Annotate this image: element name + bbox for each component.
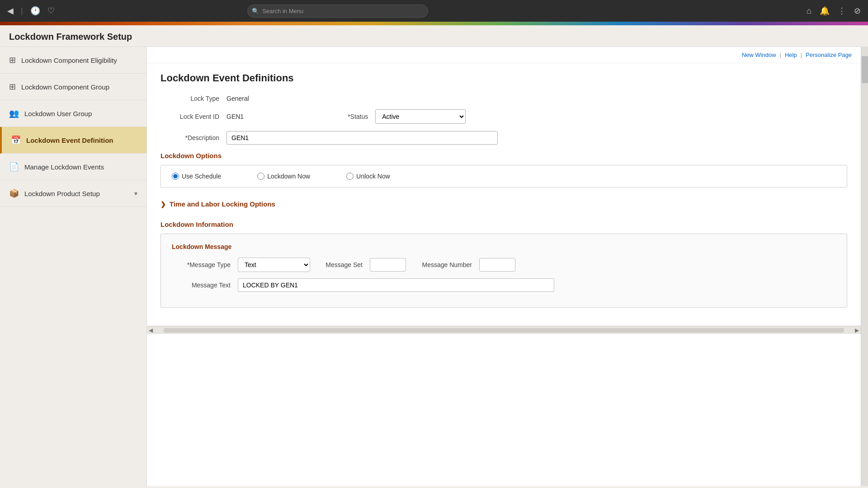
radio-use-schedule-input[interactable] bbox=[172, 173, 179, 180]
sidebar-item-lockdown-event-definition[interactable]: 📅 Lockdown Event Definition bbox=[0, 127, 146, 154]
lock-type-label: Lock Type bbox=[160, 95, 219, 102]
forbidden-icon[interactable]: ⊘ bbox=[854, 6, 861, 16]
top-navigation-bar: ◀ | 🕐 ♡ 🔍 ⌂ 🔔 ⋮ ⊘ bbox=[0, 0, 868, 22]
content-area: New Window | Help | Personalize Page Loc… bbox=[147, 47, 861, 486]
nav-divider: | bbox=[21, 6, 23, 16]
lockdown-information-section: Lockdown Information Lockdown Message *M… bbox=[160, 221, 847, 308]
radio-unlock-now[interactable]: Unlock Now bbox=[346, 173, 390, 180]
lockdown-information-title: Lockdown Information bbox=[160, 221, 847, 228]
sidebar-label-lockdown-component-group: Lockdown Component Group bbox=[21, 83, 109, 91]
lockdown-options-section: Lockdown Options Use Schedule Lockdown N… bbox=[160, 152, 847, 188]
time-labor-label: Time and Labor Locking Options bbox=[170, 200, 275, 208]
status-group: *Status Active Inactive bbox=[348, 109, 466, 124]
grid-icon-2: ⊞ bbox=[9, 82, 16, 92]
message-text-label: Message Text bbox=[172, 282, 231, 289]
search-bar: 🔍 bbox=[247, 5, 428, 18]
radio-use-schedule[interactable]: Use Schedule bbox=[172, 173, 221, 180]
vertical-scroll-thumb[interactable] bbox=[862, 56, 868, 83]
message-type-row: *Message Type Text Message Catalog Messa… bbox=[172, 258, 836, 272]
home-icon[interactable]: ⌂ bbox=[807, 6, 811, 16]
search-input[interactable] bbox=[247, 5, 428, 18]
description-row: *Description bbox=[160, 131, 847, 145]
description-input[interactable] bbox=[226, 131, 498, 145]
message-number-label: Message Number bbox=[413, 261, 472, 268]
sidebar-label-manage-lockdown-events: Manage Lockdown Events bbox=[24, 163, 104, 171]
message-set-label: Message Set bbox=[317, 261, 363, 268]
main-layout: ⊞ Lockdown Component Eligibility ⊞ Lockd… bbox=[0, 47, 868, 486]
lockdown-information-box: Lockdown Message *Message Type Text Mess… bbox=[160, 234, 847, 308]
doc-icon: 📄 bbox=[9, 162, 19, 172]
status-dropdown[interactable]: Active Inactive bbox=[375, 109, 466, 124]
personalize-link[interactable]: Personalize Page bbox=[806, 52, 852, 58]
bell-icon[interactable]: 🔔 bbox=[820, 6, 830, 16]
lock-event-status-row: Lock Event ID GEN1 *Status Active Inacti… bbox=[160, 109, 847, 124]
sidebar-label-lockdown-event-definition: Lockdown Event Definition bbox=[26, 136, 113, 144]
message-set-input[interactable] bbox=[370, 258, 406, 272]
radio-unlock-now-input[interactable] bbox=[346, 173, 354, 180]
more-icon[interactable]: ⋮ bbox=[838, 6, 846, 16]
radio-lockdown-now-label: Lockdown Now bbox=[267, 173, 310, 180]
time-labor-expand[interactable]: ❯ Time and Labor Locking Options bbox=[160, 198, 847, 210]
new-window-link[interactable]: New Window bbox=[742, 52, 776, 58]
status-label: *Status bbox=[348, 113, 368, 120]
grid-icon-1: ⊞ bbox=[9, 55, 16, 65]
lock-event-id-group: Lock Event ID GEN1 bbox=[160, 113, 244, 120]
sidebar: ⊞ Lockdown Component Eligibility ⊞ Lockd… bbox=[0, 47, 147, 486]
scroll-left-arrow[interactable]: ◀ bbox=[147, 327, 155, 333]
page-title: Lockdown Framework Setup bbox=[9, 32, 859, 42]
radio-lockdown-now-input[interactable] bbox=[257, 173, 264, 180]
horizontal-scrollbar[interactable]: ◀ ▶ bbox=[147, 326, 861, 334]
sidebar-item-lockdown-user-group[interactable]: 👥 Lockdown User Group bbox=[0, 100, 146, 127]
message-type-label: *Message Type bbox=[172, 261, 231, 268]
people-icon: 👥 bbox=[9, 108, 19, 118]
scroll-right-arrow[interactable]: ▶ bbox=[853, 327, 861, 333]
sep-1: | bbox=[780, 52, 781, 58]
lock-type-value: General bbox=[226, 95, 249, 102]
help-link[interactable]: Help bbox=[785, 52, 797, 58]
description-label: *Description bbox=[160, 134, 219, 141]
decorative-banner bbox=[0, 22, 868, 25]
content-body: Lockdown Event Definitions Lock Type Gen… bbox=[147, 63, 861, 326]
lockdown-message-title: Lockdown Message bbox=[172, 243, 836, 250]
message-text-input[interactable] bbox=[238, 278, 554, 292]
radio-unlock-now-label: Unlock Now bbox=[356, 173, 390, 180]
sep-2: | bbox=[801, 52, 802, 58]
box-icon: 📦 bbox=[9, 188, 19, 198]
back-button[interactable]: ◀ bbox=[7, 6, 14, 16]
sidebar-label-lockdown-component-eligibility: Lockdown Component Eligibility bbox=[21, 56, 117, 64]
sidebar-item-lockdown-component-eligibility[interactable]: ⊞ Lockdown Component Eligibility bbox=[0, 47, 146, 74]
lockdown-options-box: Use Schedule Lockdown Now Unlock Now bbox=[160, 165, 847, 188]
content-title: Lockdown Event Definitions bbox=[160, 72, 847, 84]
message-type-dropdown[interactable]: Text Message Catalog bbox=[238, 258, 310, 272]
radio-lockdown-now[interactable]: Lockdown Now bbox=[257, 173, 310, 180]
message-number-input[interactable] bbox=[479, 258, 515, 272]
message-text-row: Message Text bbox=[172, 278, 836, 292]
lockdown-options-title: Lockdown Options bbox=[160, 152, 847, 160]
history-icon[interactable]: 🕐 bbox=[30, 6, 40, 16]
sidebar-label-lockdown-user-group: Lockdown User Group bbox=[24, 110, 92, 117]
favorites-icon[interactable]: ♡ bbox=[47, 6, 55, 16]
lock-event-id-value: GEN1 bbox=[226, 113, 244, 120]
sidebar-item-lockdown-product-setup[interactable]: 📦 Lockdown Product Setup ▾ bbox=[0, 180, 146, 207]
top-bar-left-controls: ◀ | 🕐 ♡ bbox=[7, 6, 55, 16]
page-title-bar: Lockdown Framework Setup bbox=[0, 25, 868, 47]
horizontal-scroll-track[interactable] bbox=[164, 328, 844, 333]
radio-use-schedule-label: Use Schedule bbox=[182, 173, 221, 180]
top-bar-right-controls: ⌂ 🔔 ⋮ ⊘ bbox=[807, 6, 861, 16]
search-icon: 🔍 bbox=[252, 8, 259, 14]
vertical-scrollbar[interactable] bbox=[861, 47, 868, 486]
lock-event-id-label: Lock Event ID bbox=[160, 113, 219, 120]
lock-type-row: Lock Type General bbox=[160, 95, 847, 102]
calendar-icon: 📅 bbox=[11, 135, 21, 145]
sidebar-item-manage-lockdown-events[interactable]: 📄 Manage Lockdown Events bbox=[0, 154, 146, 180]
content-header-links: New Window | Help | Personalize Page bbox=[147, 47, 861, 63]
chevron-down-icon: ▾ bbox=[134, 190, 137, 197]
sidebar-label-lockdown-product-setup: Lockdown Product Setup bbox=[24, 190, 100, 197]
expand-arrow-icon: ❯ bbox=[160, 201, 166, 208]
sidebar-item-lockdown-component-group[interactable]: ⊞ Lockdown Component Group bbox=[0, 74, 146, 100]
